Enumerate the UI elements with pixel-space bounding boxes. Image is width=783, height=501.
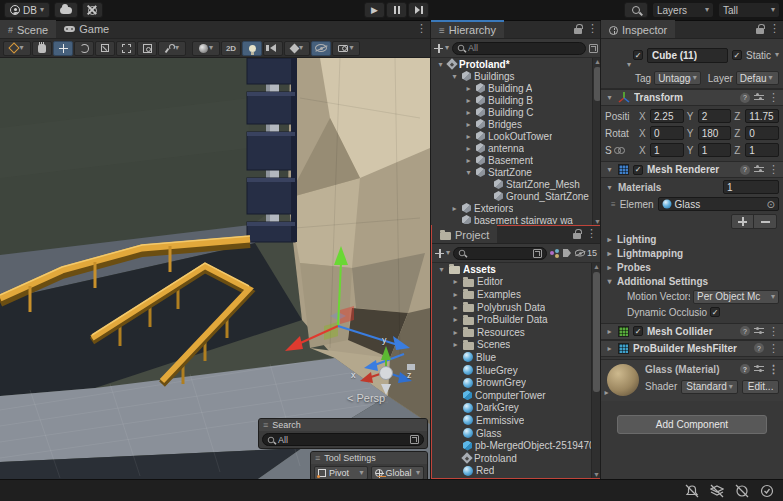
probuilder-meshfilter-header[interactable]: ▸ ProBuilder MeshFilter ? ⋮ [601,340,783,357]
project-item[interactable]: ▸ Resources [432,326,600,339]
scene-visibility-button[interactable] [311,41,331,56]
draw-mode-button[interactable]: ▾ [192,41,220,56]
scale-x-field[interactable]: 1 [650,143,684,157]
search-button[interactable] [624,2,648,18]
perspective-label[interactable]: < Persp [347,392,385,404]
foldout-arrow-icon[interactable]: ▾ [437,265,446,274]
materials-row[interactable]: ▾ Materials 1 [601,178,783,196]
add-material-button[interactable] [732,215,754,228]
foldout-arrow-icon[interactable]: ▸ [464,144,473,153]
lock-icon[interactable] [573,233,581,239]
help-icon[interactable]: ? [740,364,750,374]
foldout-arrow-icon[interactable]: ▸ [464,132,473,141]
hierarchy-item[interactable]: ▾ StartZone [431,166,601,178]
static-checkbox[interactable]: ✓ [732,50,742,60]
hierarchy-item[interactable]: ▸ Basement [431,154,601,166]
tab-inspector[interactable]: Inspector [601,20,675,38]
play-button[interactable]: ▶ [364,2,385,18]
cloud-sync-disabled-icon[interactable] [734,483,750,499]
settings-button[interactable] [82,2,103,18]
layers-dropdown[interactable]: Layers ▾ [652,2,714,18]
material-preview-sphere[interactable] [607,364,639,396]
rotation-y-field[interactable]: 180 [698,126,732,140]
hierarchy-item[interactable]: StartZone_Mesh [431,178,601,190]
motion-vectors-dropdown[interactable]: Per Object Mc ▾ [693,290,779,304]
hierarchy-item[interactable]: ▾ Protoland* [431,58,601,70]
hierarchy-item[interactable]: ▸ Building A [431,82,601,94]
mesh-collider-header[interactable]: ▸ ✓ Mesh Collider ? ⋮ [601,323,783,340]
hierarchy-item[interactable]: ▾ Buildings [431,70,601,82]
presets-icon[interactable] [754,166,764,174]
drag-handle-icon[interactable]: ≡ [611,200,616,209]
project-item[interactable]: ▸ Polybrush Data [432,301,600,314]
position-y-field[interactable]: 2 [698,109,732,123]
project-item[interactable]: ▸ ProBuilder Data [432,313,600,326]
foldout-arrow-icon[interactable]: ▸ [451,328,460,337]
scene-search-input[interactable]: All [262,433,424,446]
foldout-arrow-icon[interactable]: ▾ [605,93,614,102]
component-menu-icon[interactable]: ⋮ [768,364,779,375]
hierarchy-item[interactable]: ▸ Building C [431,106,601,118]
project-item[interactable]: Glass [432,427,600,440]
foldout-arrow-icon[interactable]: ▸ [451,340,460,349]
move-tool-button[interactable] [53,41,73,56]
project-item[interactable]: ▸ Examples [432,288,600,301]
project-item[interactable]: ComputerTower [432,389,600,402]
foldout-arrow-icon[interactable]: ▸ [451,290,460,299]
layer-dropdown[interactable]: Defau ▾ [736,71,779,85]
label-tag-icon[interactable] [563,249,571,257]
project-search-input[interactable] [453,247,547,260]
panel-menu-icon[interactable]: ⋮ [769,23,780,34]
foldout-arrow-icon[interactable]: ▾ [464,168,473,177]
audio-toggle-button[interactable] [263,41,283,56]
rotation-z-field[interactable]: 0 [745,126,779,140]
hierarchy-item[interactable]: ▸ Exteriors [431,202,601,214]
foldout-arrow-icon[interactable]: ▸ [464,120,473,129]
position-z-field[interactable]: 11.75 [745,109,779,123]
tab-game[interactable]: Game [56,20,117,38]
component-enabled-checkbox[interactable]: ✓ [633,165,643,175]
project-item[interactable]: BlueGrey [432,364,600,377]
pivot-dropdown[interactable]: Pivot ▾ [314,466,368,479]
cloud-services-button[interactable] [54,2,78,18]
status-check-icon[interactable] [759,483,775,499]
material-object-field[interactable]: Glass ⊙ [658,197,779,211]
drag-handle-icon[interactable]: ≡ [315,453,320,463]
collab-disabled-icon[interactable] [709,483,725,499]
tab-project[interactable]: Project [432,225,497,243]
tab-hierarchy[interactable]: ≡ Hierarchy [431,20,504,38]
foldout-arrow-icon[interactable]: ▸ [464,96,473,105]
account-button[interactable]: DB ▾ [4,2,50,18]
object-picker-icon[interactable]: ⊙ [767,199,775,210]
foldout-arrow-icon[interactable]: ▸ [464,108,473,117]
project-scrollbar[interactable]: ▲ ▼ [591,263,600,478]
lighting-foldout[interactable]: ▸ Lighting [601,232,783,246]
rect-tool-button[interactable] [116,41,136,56]
panel-menu-icon[interactable]: ⋮ [587,23,598,34]
add-component-button[interactable]: Add Component [617,415,767,434]
foldout-arrow-icon[interactable]: ▸ [450,204,459,213]
project-item[interactable]: BrownGrey [432,376,600,389]
active-checkbox[interactable]: ✓ [633,50,643,60]
hierarchy-item[interactable]: ▸ Bridges [431,118,601,130]
project-item[interactable]: Blue [432,351,600,364]
rotate-tool-button[interactable] [74,41,94,56]
search-overlay-header[interactable]: ≡ Search [259,419,427,431]
position-x-field[interactable]: 2.25 [650,109,684,123]
lighting-toggle-button[interactable] [242,41,262,56]
panel-menu-icon[interactable]: ⋮ [416,23,427,34]
additional-settings-foldout[interactable]: ▾ Additional Settings [601,274,783,288]
transform-tool-button[interactable] [137,41,157,56]
panel-menu-icon[interactable]: ⋮ [586,228,597,239]
drag-handle-icon[interactable]: ≡ [263,420,268,430]
custom-tool-button[interactable]: ▾ [158,41,186,56]
picker-icon[interactable] [533,249,542,258]
scale-z-field[interactable]: 1 [745,143,779,157]
view-tool-button[interactable] [32,41,52,56]
foldout-arrow-icon[interactable]: ▸ [605,344,614,353]
mesh-renderer-header[interactable]: ▾ ✓ Mesh Renderer ? ⋮ [601,161,783,178]
materials-count-field[interactable]: 1 [723,180,779,194]
tag-dropdown[interactable]: Untagge ▾ [654,71,701,85]
foldout-arrow-icon[interactable]: ▾ [450,72,459,81]
hierarchy-item[interactable]: ▸ LookOutTower [431,130,601,142]
